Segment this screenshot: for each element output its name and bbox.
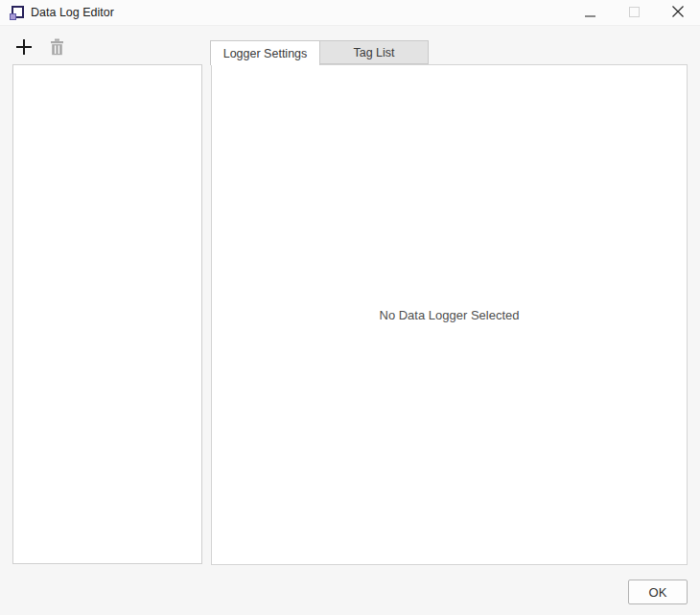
tab-logger-settings[interactable]: Logger Settings: [210, 40, 320, 65]
add-logger-button[interactable]: [12, 36, 35, 59]
close-button[interactable]: [656, 0, 700, 26]
data-log-editor-dialog: Data Log Editor: [0, 0, 700, 615]
logger-settings-panel: No Data Logger Selected: [211, 64, 688, 565]
tabstrip: Logger Settings Tag List: [210, 40, 429, 65]
plus-icon: [14, 37, 34, 59]
maximize-icon: [629, 6, 640, 20]
titlebar: Data Log Editor: [0, 0, 700, 26]
app-logo-icon: [10, 6, 24, 20]
minimize-icon: [585, 6, 595, 20]
tab-tag-list[interactable]: Tag List: [320, 40, 429, 64]
logo-inner-square: [10, 13, 16, 20]
window-title: Data Log Editor: [31, 0, 114, 26]
maximize-button[interactable]: [612, 0, 656, 26]
close-icon: [672, 6, 684, 20]
trash-icon: [49, 38, 65, 59]
delete-logger-button[interactable]: [45, 36, 68, 59]
logger-list[interactable]: [12, 64, 202, 564]
ok-button[interactable]: OK: [628, 580, 688, 604]
empty-state-message: No Data Logger Selected: [380, 308, 520, 322]
minimize-button[interactable]: [568, 0, 612, 26]
toolbar: [12, 36, 68, 59]
window-controls: [568, 0, 700, 26]
